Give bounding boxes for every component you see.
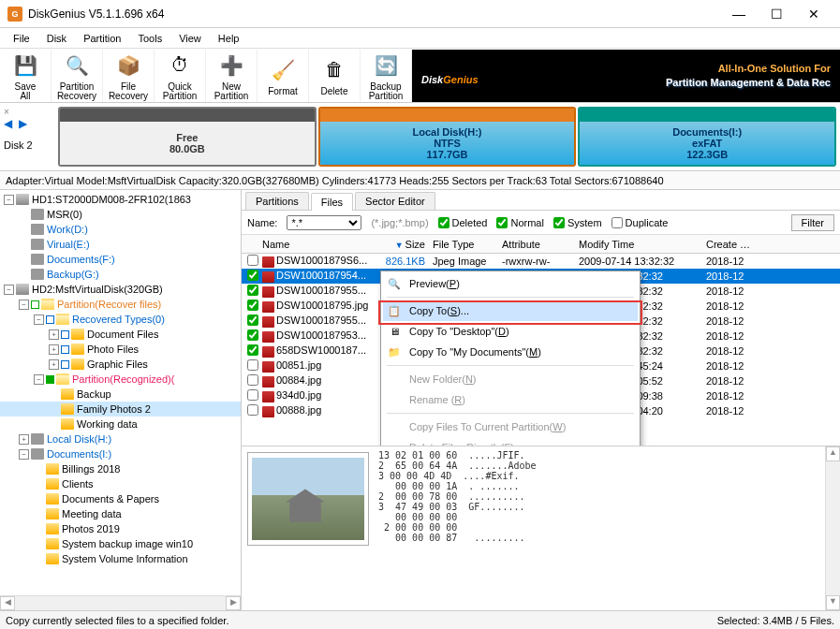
expand-icon[interactable] <box>19 449 29 460</box>
file-checkbox[interactable] <box>247 314 258 326</box>
menu-tools[interactable]: Tools <box>130 31 169 46</box>
expand-icon[interactable] <box>34 314 44 325</box>
file-checkbox[interactable] <box>247 255 258 266</box>
prt-icon <box>31 209 44 220</box>
diskbar-nav-arrows[interactable]: ◀ ▶ <box>4 117 51 130</box>
expand-icon[interactable] <box>49 359 59 370</box>
partition-free[interactable]: Free80.0GB <box>58 107 317 167</box>
tree-item[interactable]: Backup(G:) <box>0 267 241 282</box>
file-icon <box>262 331 274 343</box>
tree-item[interactable]: Documents & Papers <box>0 491 241 506</box>
filter-system[interactable]: System <box>553 217 602 228</box>
menu-help[interactable]: Help <box>211 31 247 46</box>
expand-icon[interactable] <box>4 285 14 295</box>
tree-item[interactable]: Partition(Recover files) <box>0 297 241 312</box>
tool-delete[interactable]: 🗑Delete <box>309 50 361 102</box>
maximize-button[interactable]: ☐ <box>758 1 795 27</box>
tool-partition-recovery[interactable]: 🔍PartitionRecovery <box>52 50 103 102</box>
tree-panel[interactable]: HD1:ST2000DM008-2FR102(1863MSR(0)Work(D:… <box>0 190 242 610</box>
tree-item[interactable]: Photo Files <box>0 342 241 357</box>
tree-item[interactable]: Photos 2019 <box>0 521 241 536</box>
tree-item[interactable]: MSR(0) <box>0 207 241 222</box>
tree-item[interactable]: Backup <box>0 387 241 402</box>
tab-partitions[interactable]: Partitions <box>245 192 309 210</box>
file-checkbox[interactable] <box>247 374 258 386</box>
file-list-header[interactable]: Name ▼Size File Type Attribute Modify Ti… <box>242 235 840 254</box>
col-size[interactable]: ▼Size <box>380 237 429 252</box>
expand-icon[interactable] <box>34 374 44 385</box>
expand-icon[interactable] <box>4 195 14 205</box>
tool-icon: ➕ <box>216 51 246 80</box>
tree-item[interactable]: HD1:ST2000DM008-2FR102(1863 <box>0 192 241 207</box>
menu-partition[interactable]: Partition <box>76 31 128 46</box>
file-list[interactable]: DSW10001879S6...826.1KBJpeg Image-rwxrw-… <box>242 254 840 446</box>
tree-item[interactable]: Document Files <box>0 327 241 342</box>
prt-icon <box>31 239 44 250</box>
tool-backup-partition[interactable]: 🔄BackupPartition <box>361 50 412 102</box>
menu-disk[interactable]: Disk <box>39 31 74 46</box>
partition-local-disk-h-[interactable]: Local Disk(H:)NTFS117.7GB <box>318 107 577 167</box>
file-checkbox[interactable] <box>247 270 258 281</box>
filter-deleted[interactable]: Deleted <box>438 217 488 228</box>
file-checkbox[interactable] <box>247 359 258 371</box>
tree-item[interactable]: Recovered Types(0) <box>0 312 241 327</box>
ctx-copy-to-my-documents-m-[interactable]: 📁Copy To "My Documents"(M) <box>383 342 638 362</box>
file-row[interactable]: DSW10001879S6...826.1KBJpeg Image-rwxrw-… <box>242 254 840 269</box>
tree-item[interactable]: Family Photos 2 <box>0 402 241 417</box>
expand-icon[interactable] <box>49 344 59 355</box>
tree-item[interactable]: Work(D:) <box>0 222 241 237</box>
expand-icon[interactable] <box>19 300 29 310</box>
expand-icon[interactable] <box>49 329 59 340</box>
ctx-preview-p-[interactable]: 🔍Preview(P) <box>383 273 638 294</box>
file-checkbox[interactable] <box>247 404 258 416</box>
col-modifytime[interactable]: Modify Time <box>575 237 702 252</box>
menu-view[interactable]: View <box>171 31 209 46</box>
col-filetype[interactable]: File Type <box>429 237 498 252</box>
minimize-button[interactable]: ― <box>720 1 758 27</box>
tree-item[interactable]: Documents(F:) <box>0 252 241 267</box>
tree-item[interactable]: Virual(E:) <box>0 237 241 252</box>
tree-item[interactable]: Meeting data <box>0 506 241 521</box>
expand-icon[interactable] <box>19 434 29 445</box>
filter-button[interactable]: Filter <box>791 214 834 231</box>
ctx-copy-to-s-[interactable]: 📋Copy To(S)... <box>383 300 638 321</box>
tree-item[interactable]: Documents(I:) <box>0 446 241 461</box>
tool-quick-partition[interactable]: ⏱QuickPartition <box>155 50 206 102</box>
tree-item[interactable]: System backup image win10 <box>0 536 241 551</box>
file-checkbox[interactable] <box>247 389 258 401</box>
partition-documents-i-[interactable]: Documents(I:)exFAT122.3GB <box>578 107 836 167</box>
tree-item[interactable]: Clients <box>0 476 241 491</box>
filter-duplicate[interactable]: Duplicate <box>612 217 669 228</box>
file-checkbox[interactable] <box>247 329 258 341</box>
tree-item[interactable]: HD2:MsftVirtualDisk(320GB) <box>0 282 241 297</box>
tree-item[interactable]: Working data <box>0 417 241 432</box>
menu-file[interactable]: File <box>6 31 37 46</box>
file-checkbox[interactable] <box>247 300 258 311</box>
tree-item[interactable]: Billings 2018 <box>0 461 241 476</box>
hscroll-right[interactable]: ▶ <box>226 596 241 610</box>
filter-normal[interactable]: Normal <box>496 217 543 228</box>
tree-item[interactable]: Graphic Files <box>0 357 241 372</box>
tab-sector-editor[interactable]: Sector Editor <box>355 192 435 210</box>
filter-name-select[interactable]: *.* <box>287 215 361 230</box>
hex-view[interactable]: 13 02 01 00 60 .....JFIF. 2 65 00 64 4A … <box>375 446 825 610</box>
close-diskbar-icon[interactable]: × <box>4 107 51 117</box>
file-checkbox[interactable] <box>247 285 258 296</box>
fold-icon <box>56 373 69 385</box>
hscroll-left[interactable]: ◀ <box>0 596 15 610</box>
col-createtime[interactable]: Create Time <box>702 237 754 252</box>
tool-format[interactable]: 🧹Format <box>258 50 309 102</box>
tree-item[interactable]: Local Disk(H:) <box>0 432 241 446</box>
tree-item[interactable]: Partition(Recognized)( <box>0 372 241 387</box>
tool-new-partition[interactable]: ➕NewPartition <box>206 50 258 102</box>
hex-vscroll[interactable]: ▲▼ <box>825 446 840 610</box>
tool-file-recovery[interactable]: 📦FileRecovery <box>103 50 155 102</box>
tab-files[interactable]: Files <box>311 193 353 211</box>
tool-save-all[interactable]: 💾SaveAll <box>0 50 52 102</box>
col-attribute[interactable]: Attribute <box>498 237 575 252</box>
col-name[interactable]: Name <box>258 237 380 252</box>
tree-item[interactable]: System Volume Information <box>0 551 241 566</box>
ctx-copy-to-desktop-d-[interactable]: 🖥Copy To "Desktop"(D) <box>383 321 638 342</box>
close-button[interactable]: ✕ <box>795 1 833 27</box>
file-checkbox[interactable] <box>247 344 258 356</box>
